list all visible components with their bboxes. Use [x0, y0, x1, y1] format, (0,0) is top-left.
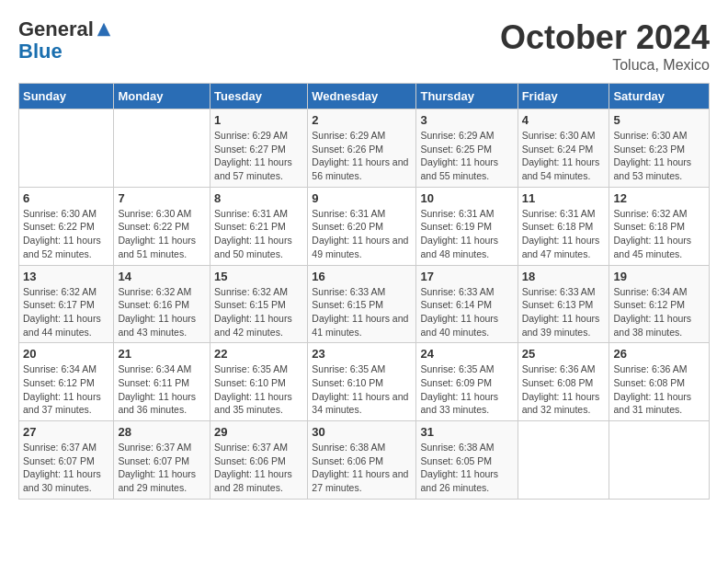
- day-number: 19: [613, 270, 705, 283]
- day-number: 29: [214, 425, 303, 439]
- day-info: Sunrise: 6:35 AMSunset: 6:10 PMDaylight:…: [214, 362, 303, 417]
- title-block: October 2024 Toluca, Mexico: [500, 18, 710, 74]
- calendar-cell: 7Sunrise: 6:30 AMSunset: 6:22 PMDaylight…: [114, 187, 210, 265]
- calendar-cell: 5Sunrise: 6:30 AMSunset: 6:23 PMDaylight…: [609, 109, 710, 188]
- calendar-cell: 23Sunrise: 6:35 AMSunset: 6:10 PMDayligh…: [308, 343, 416, 421]
- day-number: 4: [522, 113, 606, 127]
- calendar-cell: 4Sunrise: 6:30 AMSunset: 6:24 PMDaylight…: [518, 109, 609, 188]
- day-info: Sunrise: 6:31 AMSunset: 6:19 PMDaylight:…: [420, 207, 513, 261]
- calendar-cell: 25Sunrise: 6:36 AMSunset: 6:08 PMDayligh…: [518, 343, 609, 421]
- day-info: Sunrise: 6:32 AMSunset: 6:16 PMDaylight:…: [118, 285, 206, 339]
- calendar-cell: 9Sunrise: 6:31 AMSunset: 6:20 PMDaylight…: [308, 187, 416, 265]
- day-info: Sunrise: 6:37 AMSunset: 6:06 PMDaylight:…: [214, 441, 303, 495]
- day-number: 18: [522, 270, 606, 283]
- calendar-cell: 8Sunrise: 6:31 AMSunset: 6:21 PMDaylight…: [210, 187, 308, 265]
- day-info: Sunrise: 6:30 AMSunset: 6:24 PMDaylight:…: [522, 129, 606, 183]
- calendar-cell: 16Sunrise: 6:33 AMSunset: 6:15 PMDayligh…: [308, 265, 416, 343]
- calendar-cell: 27Sunrise: 6:37 AMSunset: 6:07 PMDayligh…: [19, 421, 114, 500]
- calendar-cell: 2Sunrise: 6:29 AMSunset: 6:26 PMDaylight…: [308, 109, 416, 188]
- day-number: 16: [312, 270, 412, 283]
- svg-marker-0: [97, 23, 110, 36]
- day-info: Sunrise: 6:30 AMSunset: 6:22 PMDaylight:…: [118, 207, 206, 261]
- calendar-cell: [518, 421, 609, 500]
- calendar-cell: 1Sunrise: 6:29 AMSunset: 6:27 PMDaylight…: [210, 109, 308, 188]
- calendar-cell: 3Sunrise: 6:29 AMSunset: 6:25 PMDaylight…: [416, 109, 518, 188]
- day-info: Sunrise: 6:29 AMSunset: 6:26 PMDaylight:…: [312, 129, 412, 183]
- calendar-cell: 19Sunrise: 6:34 AMSunset: 6:12 PMDayligh…: [609, 265, 710, 343]
- day-info: Sunrise: 6:36 AMSunset: 6:08 PMDaylight:…: [613, 362, 705, 417]
- day-number: 17: [420, 270, 513, 283]
- calendar-cell: 18Sunrise: 6:33 AMSunset: 6:13 PMDayligh…: [518, 265, 609, 343]
- calendar-cell: 29Sunrise: 6:37 AMSunset: 6:06 PMDayligh…: [210, 421, 308, 500]
- logo-general: General: [18, 18, 94, 40]
- day-info: Sunrise: 6:31 AMSunset: 6:20 PMDaylight:…: [312, 207, 412, 261]
- day-number: 27: [23, 425, 109, 439]
- day-info: Sunrise: 6:31 AMSunset: 6:18 PMDaylight:…: [522, 207, 606, 261]
- calendar-table: SundayMondayTuesdayWednesdayThursdayFrid…: [18, 83, 710, 500]
- day-number: 20: [23, 347, 109, 361]
- day-number: 28: [118, 425, 206, 439]
- calendar-cell: 13Sunrise: 6:32 AMSunset: 6:17 PMDayligh…: [19, 265, 114, 343]
- day-info: Sunrise: 6:34 AMSunset: 6:12 PMDaylight:…: [613, 285, 705, 339]
- calendar-cell: 21Sunrise: 6:34 AMSunset: 6:11 PMDayligh…: [114, 343, 210, 421]
- day-info: Sunrise: 6:32 AMSunset: 6:17 PMDaylight:…: [23, 285, 109, 339]
- calendar-cell: 30Sunrise: 6:38 AMSunset: 6:06 PMDayligh…: [308, 421, 416, 500]
- logo: General Blue: [18, 18, 112, 63]
- calendar-cell: 26Sunrise: 6:36 AMSunset: 6:08 PMDayligh…: [609, 343, 710, 421]
- day-number: 12: [613, 191, 705, 205]
- calendar-cell: [114, 109, 210, 188]
- day-number: 9: [312, 191, 412, 205]
- weekday-header-sunday: Sunday: [19, 84, 114, 109]
- day-info: Sunrise: 6:29 AMSunset: 6:25 PMDaylight:…: [420, 129, 513, 183]
- day-number: 8: [214, 191, 303, 205]
- day-info: Sunrise: 6:36 AMSunset: 6:08 PMDaylight:…: [522, 362, 606, 417]
- calendar-week-0: 1Sunrise: 6:29 AMSunset: 6:27 PMDaylight…: [19, 109, 710, 188]
- day-number: 2: [312, 113, 412, 127]
- day-info: Sunrise: 6:33 AMSunset: 6:13 PMDaylight:…: [522, 285, 606, 339]
- calendar-week-2: 13Sunrise: 6:32 AMSunset: 6:17 PMDayligh…: [19, 265, 710, 343]
- day-number: 31: [420, 425, 513, 439]
- day-number: 26: [613, 347, 705, 361]
- day-number: 14: [118, 270, 206, 283]
- day-number: 21: [118, 347, 206, 361]
- day-info: Sunrise: 6:34 AMSunset: 6:12 PMDaylight:…: [23, 362, 109, 417]
- day-info: Sunrise: 6:35 AMSunset: 6:09 PMDaylight:…: [420, 362, 513, 417]
- calendar-cell: 10Sunrise: 6:31 AMSunset: 6:19 PMDayligh…: [416, 187, 518, 265]
- day-number: 1: [214, 113, 303, 127]
- weekday-header-thursday: Thursday: [416, 84, 518, 109]
- page-header: General Blue October 2024 Toluca, Mexico: [18, 18, 710, 74]
- calendar-cell: 22Sunrise: 6:35 AMSunset: 6:10 PMDayligh…: [210, 343, 308, 421]
- calendar-cell: 12Sunrise: 6:32 AMSunset: 6:18 PMDayligh…: [609, 187, 710, 265]
- day-number: 11: [522, 191, 606, 205]
- calendar-week-4: 27Sunrise: 6:37 AMSunset: 6:07 PMDayligh…: [19, 421, 710, 500]
- day-info: Sunrise: 6:30 AMSunset: 6:22 PMDaylight:…: [23, 207, 109, 261]
- day-info: Sunrise: 6:29 AMSunset: 6:27 PMDaylight:…: [214, 129, 303, 183]
- calendar-week-1: 6Sunrise: 6:30 AMSunset: 6:22 PMDaylight…: [19, 187, 710, 265]
- day-info: Sunrise: 6:37 AMSunset: 6:07 PMDaylight:…: [118, 441, 206, 495]
- day-number: 5: [613, 113, 705, 127]
- day-info: Sunrise: 6:32 AMSunset: 6:15 PMDaylight:…: [214, 285, 303, 339]
- location-title: Toluca, Mexico: [500, 57, 710, 74]
- calendar-cell: 28Sunrise: 6:37 AMSunset: 6:07 PMDayligh…: [114, 421, 210, 500]
- day-info: Sunrise: 6:38 AMSunset: 6:05 PMDaylight:…: [420, 441, 513, 495]
- weekday-header-saturday: Saturday: [609, 84, 710, 109]
- calendar-cell: [609, 421, 710, 500]
- day-number: 7: [118, 191, 206, 205]
- calendar-week-3: 20Sunrise: 6:34 AMSunset: 6:12 PMDayligh…: [19, 343, 710, 421]
- calendar-cell: [19, 109, 114, 188]
- day-number: 24: [420, 347, 513, 361]
- day-info: Sunrise: 6:37 AMSunset: 6:07 PMDaylight:…: [23, 441, 109, 495]
- day-info: Sunrise: 6:33 AMSunset: 6:15 PMDaylight:…: [312, 285, 412, 339]
- day-number: 13: [23, 270, 109, 283]
- weekday-header-monday: Monday: [114, 84, 210, 109]
- calendar-cell: 11Sunrise: 6:31 AMSunset: 6:18 PMDayligh…: [518, 187, 609, 265]
- day-info: Sunrise: 6:35 AMSunset: 6:10 PMDaylight:…: [312, 362, 412, 417]
- day-info: Sunrise: 6:31 AMSunset: 6:21 PMDaylight:…: [214, 207, 303, 261]
- day-info: Sunrise: 6:38 AMSunset: 6:06 PMDaylight:…: [312, 441, 412, 495]
- day-number: 23: [312, 347, 412, 361]
- logo-icon: [96, 21, 112, 38]
- day-number: 10: [420, 191, 513, 205]
- calendar-cell: 15Sunrise: 6:32 AMSunset: 6:15 PMDayligh…: [210, 265, 308, 343]
- calendar-cell: 6Sunrise: 6:30 AMSunset: 6:22 PMDaylight…: [19, 187, 114, 265]
- weekday-header-friday: Friday: [518, 84, 609, 109]
